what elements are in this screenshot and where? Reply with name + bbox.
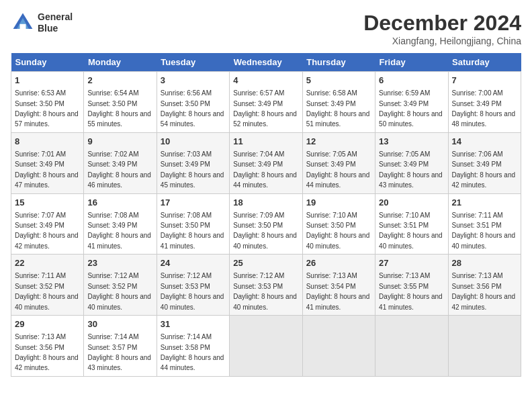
calendar-week-5: 29 Sunrise: 7:13 AM Sunset: 3:56 PM Dayl… — [11, 316, 521, 377]
calendar-cell: 20 Sunrise: 7:10 AM Sunset: 3:51 PM Dayl… — [375, 193, 448, 255]
calendar-cell: 24 Sunrise: 7:12 AM Sunset: 3:53 PM Dayl… — [157, 255, 229, 316]
calendar-cell: 13 Sunrise: 7:05 AM Sunset: 3:49 PM Dayl… — [375, 132, 448, 193]
calendar-cell: 2 Sunrise: 6:54 AM Sunset: 3:50 PM Dayli… — [84, 72, 157, 133]
day-number: 23 — [87, 257, 152, 269]
day-number: 9 — [87, 136, 152, 148]
calendar-cell: 9 Sunrise: 7:02 AM Sunset: 3:49 PM Dayli… — [84, 132, 157, 193]
location: Xiangfang, Heilongjiang, China — [363, 36, 521, 46]
day-info: Sunrise: 7:12 AM Sunset: 3:53 PM Dayligh… — [161, 272, 224, 310]
calendar-cell: 7 Sunrise: 7:00 AM Sunset: 3:49 PM Dayli… — [448, 72, 521, 133]
day-number: 17 — [161, 197, 226, 209]
calendar-cell: 8 Sunrise: 7:01 AM Sunset: 3:49 PM Dayli… — [11, 132, 84, 193]
calendar-cell — [302, 316, 375, 377]
calendar-cell — [448, 316, 521, 377]
calendar-week-2: 8 Sunrise: 7:01 AM Sunset: 3:49 PM Dayli… — [11, 132, 521, 193]
day-number: 12 — [306, 136, 371, 148]
day-number: 19 — [306, 197, 371, 209]
day-info: Sunrise: 7:13 AM Sunset: 3:56 PM Dayligh… — [15, 333, 79, 371]
day-number: 3 — [161, 75, 226, 87]
day-info: Sunrise: 7:10 AM Sunset: 3:51 PM Dayligh… — [379, 212, 443, 250]
day-number: 18 — [233, 197, 298, 209]
day-info: Sunrise: 7:10 AM Sunset: 3:50 PM Dayligh… — [306, 212, 370, 250]
calendar-cell: 30 Sunrise: 7:14 AM Sunset: 3:57 PM Dayl… — [84, 316, 157, 377]
day-number: 2 — [87, 75, 152, 87]
day-info: Sunrise: 7:09 AM Sunset: 3:50 PM Dayligh… — [233, 212, 297, 250]
calendar-cell: 26 Sunrise: 7:13 AM Sunset: 3:54 PM Dayl… — [302, 255, 375, 316]
day-number: 28 — [452, 257, 517, 269]
day-info: Sunrise: 7:00 AM Sunset: 3:49 PM Dayligh… — [452, 89, 516, 128]
day-info: Sunrise: 7:04 AM Sunset: 3:49 PM Dayligh… — [233, 150, 297, 189]
day-number: 26 — [306, 257, 371, 269]
calendar-cell: 4 Sunrise: 6:57 AM Sunset: 3:49 PM Dayli… — [230, 72, 302, 133]
weekday-header-friday: Friday — [375, 53, 448, 72]
day-number: 21 — [452, 197, 517, 209]
day-info: Sunrise: 7:13 AM Sunset: 3:55 PM Dayligh… — [379, 272, 443, 310]
calendar-week-4: 22 Sunrise: 7:11 AM Sunset: 3:52 PM Dayl… — [11, 255, 521, 316]
day-info: Sunrise: 7:14 AM Sunset: 3:57 PM Dayligh… — [87, 333, 151, 371]
day-number: 4 — [233, 75, 298, 87]
calendar-cell: 15 Sunrise: 7:07 AM Sunset: 3:49 PM Dayl… — [11, 193, 84, 255]
day-info: Sunrise: 6:53 AM Sunset: 3:50 PM Dayligh… — [15, 89, 79, 128]
calendar-cell: 28 Sunrise: 7:13 AM Sunset: 3:56 PM Dayl… — [448, 255, 521, 316]
day-info: Sunrise: 7:13 AM Sunset: 3:56 PM Dayligh… — [452, 272, 516, 310]
weekday-header-sunday: Sunday — [11, 53, 84, 72]
day-info: Sunrise: 7:03 AM Sunset: 3:49 PM Dayligh… — [161, 150, 224, 189]
calendar-week-3: 15 Sunrise: 7:07 AM Sunset: 3:49 PM Dayl… — [11, 193, 521, 255]
day-number: 20 — [379, 197, 444, 209]
calendar-cell: 6 Sunrise: 6:59 AM Sunset: 3:49 PM Dayli… — [375, 72, 448, 133]
day-number: 24 — [161, 257, 226, 269]
day-info: Sunrise: 7:08 AM Sunset: 3:49 PM Dayligh… — [87, 212, 151, 250]
day-number: 5 — [306, 75, 371, 87]
day-info: Sunrise: 6:56 AM Sunset: 3:50 PM Dayligh… — [161, 89, 224, 128]
calendar-cell: 18 Sunrise: 7:09 AM Sunset: 3:50 PM Dayl… — [230, 193, 302, 255]
calendar-cell: 3 Sunrise: 6:56 AM Sunset: 3:50 PM Dayli… — [157, 72, 229, 133]
logo: General Blue — [11, 11, 73, 35]
calendar-cell: 17 Sunrise: 7:08 AM Sunset: 3:50 PM Dayl… — [157, 193, 229, 255]
calendar-table: SundayMondayTuesdayWednesdayThursdayFrid… — [11, 53, 521, 377]
day-info: Sunrise: 7:12 AM Sunset: 3:52 PM Dayligh… — [87, 272, 151, 310]
calendar-cell: 21 Sunrise: 7:11 AM Sunset: 3:51 PM Dayl… — [448, 193, 521, 255]
weekday-header-saturday: Saturday — [448, 53, 521, 72]
calendar-cell: 31 Sunrise: 7:14 AM Sunset: 3:58 PM Dayl… — [157, 316, 229, 377]
calendar-cell: 23 Sunrise: 7:12 AM Sunset: 3:52 PM Dayl… — [84, 255, 157, 316]
day-info: Sunrise: 6:54 AM Sunset: 3:50 PM Dayligh… — [87, 89, 151, 128]
day-number: 30 — [87, 318, 152, 330]
calendar-cell — [375, 316, 448, 377]
day-number: 10 — [161, 136, 226, 148]
calendar-cell: 12 Sunrise: 7:05 AM Sunset: 3:49 PM Dayl… — [302, 132, 375, 193]
day-info: Sunrise: 7:11 AM Sunset: 3:52 PM Dayligh… — [15, 272, 79, 310]
day-info: Sunrise: 7:08 AM Sunset: 3:50 PM Dayligh… — [161, 212, 224, 250]
day-info: Sunrise: 7:12 AM Sunset: 3:53 PM Dayligh… — [233, 272, 297, 310]
day-info: Sunrise: 6:59 AM Sunset: 3:49 PM Dayligh… — [379, 89, 443, 128]
day-number: 16 — [87, 197, 152, 209]
logo-icon — [11, 11, 35, 35]
weekday-header-thursday: Thursday — [302, 53, 375, 72]
calendar-cell: 25 Sunrise: 7:12 AM Sunset: 3:53 PM Dayl… — [230, 255, 302, 316]
svg-rect-2 — [20, 24, 26, 29]
day-number: 13 — [379, 136, 444, 148]
day-info: Sunrise: 7:01 AM Sunset: 3:49 PM Dayligh… — [15, 150, 79, 189]
day-info: Sunrise: 6:58 AM Sunset: 3:49 PM Dayligh… — [306, 89, 370, 128]
title-block: December 2024 Xiangfang, Heilongjiang, C… — [363, 11, 521, 46]
logo-text: General Blue — [38, 11, 73, 34]
weekday-header-tuesday: Tuesday — [157, 53, 229, 72]
day-number: 27 — [379, 257, 444, 269]
calendar-cell: 29 Sunrise: 7:13 AM Sunset: 3:56 PM Dayl… — [11, 316, 84, 377]
weekday-header-wednesday: Wednesday — [230, 53, 302, 72]
day-info: Sunrise: 7:07 AM Sunset: 3:49 PM Dayligh… — [15, 212, 79, 250]
day-number: 14 — [452, 136, 517, 148]
day-number: 1 — [15, 75, 80, 87]
day-number: 25 — [233, 257, 298, 269]
day-info: Sunrise: 7:02 AM Sunset: 3:49 PM Dayligh… — [87, 150, 151, 189]
day-info: Sunrise: 7:05 AM Sunset: 3:49 PM Dayligh… — [379, 150, 443, 189]
calendar-cell — [230, 316, 302, 377]
day-number: 22 — [15, 257, 80, 269]
calendar-week-1: 1 Sunrise: 6:53 AM Sunset: 3:50 PM Dayli… — [11, 72, 521, 133]
calendar-cell: 27 Sunrise: 7:13 AM Sunset: 3:55 PM Dayl… — [375, 255, 448, 316]
day-info: Sunrise: 7:05 AM Sunset: 3:49 PM Dayligh… — [306, 150, 370, 189]
page-header: General Blue December 2024 Xiangfang, He… — [11, 11, 521, 46]
weekday-header-row: SundayMondayTuesdayWednesdayThursdayFrid… — [11, 53, 521, 72]
day-number: 8 — [15, 136, 80, 148]
weekday-header-monday: Monday — [84, 53, 157, 72]
calendar-cell: 22 Sunrise: 7:11 AM Sunset: 3:52 PM Dayl… — [11, 255, 84, 316]
